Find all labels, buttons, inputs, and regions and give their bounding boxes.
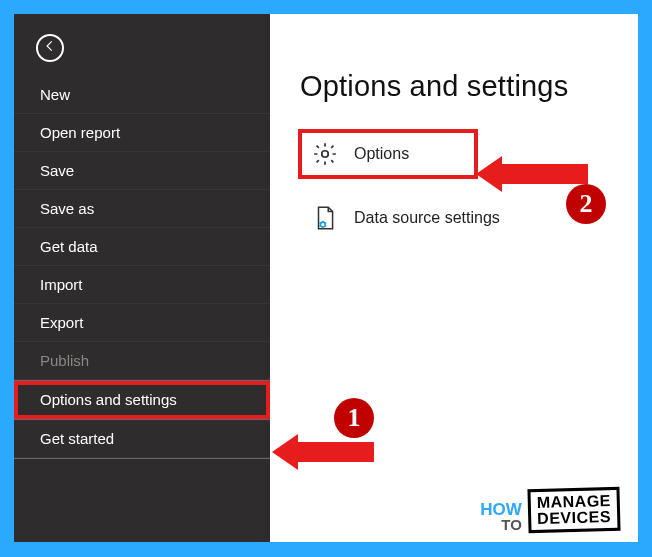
svg-point-1	[320, 222, 325, 227]
menu-item-get-started[interactable]: Get started	[14, 420, 270, 458]
watermark-to: TO	[480, 518, 522, 532]
menu-item-get-data[interactable]: Get data	[14, 228, 270, 266]
menu-item-save-as[interactable]: Save as	[14, 190, 270, 228]
annotation-arrow-1	[272, 434, 374, 470]
option-label: Options	[354, 145, 409, 163]
annotation-badge-1: 1	[334, 398, 374, 438]
gear-icon	[310, 139, 340, 169]
file-gear-icon	[310, 203, 340, 233]
watermark-line2: DEVICES	[537, 509, 612, 527]
menu-item-publish: Publish	[14, 342, 270, 380]
menu-item-options-and-settings[interactable]: Options and settings	[14, 381, 270, 419]
watermark-howto: HOW TO	[480, 502, 522, 532]
option-options[interactable]: Options	[300, 131, 476, 177]
option-data-source-settings[interactable]: Data source settings	[300, 195, 608, 241]
menu-separator	[14, 458, 270, 459]
watermark-logo: HOW TO MANAGE DEVICES	[480, 488, 620, 532]
file-menu: New Open report Save Save as Get data Im…	[14, 76, 270, 459]
app-window: New Open report Save Save as Get data Im…	[14, 14, 638, 542]
arrow-left-icon	[43, 39, 57, 57]
option-label: Data source settings	[354, 209, 500, 227]
svg-point-0	[322, 151, 329, 158]
watermark-managedevices: MANAGE DEVICES	[527, 487, 620, 533]
file-menu-sidebar: New Open report Save Save as Get data Im…	[14, 14, 270, 542]
arrow-shaft	[298, 442, 374, 462]
page-title: Options and settings	[300, 70, 608, 103]
menu-item-export[interactable]: Export	[14, 304, 270, 342]
annotation-arrow-2	[476, 156, 588, 192]
arrow-shaft	[502, 164, 588, 184]
menu-item-open-report[interactable]: Open report	[14, 114, 270, 152]
back-button[interactable]	[36, 34, 64, 62]
arrow-left-head-icon	[476, 156, 502, 192]
menu-item-import[interactable]: Import	[14, 266, 270, 304]
image-frame: New Open report Save Save as Get data Im…	[0, 0, 652, 557]
menu-item-new[interactable]: New	[14, 76, 270, 114]
arrow-left-head-icon	[272, 434, 298, 470]
menu-item-save[interactable]: Save	[14, 152, 270, 190]
annotation-badge-2: 2	[566, 184, 606, 224]
